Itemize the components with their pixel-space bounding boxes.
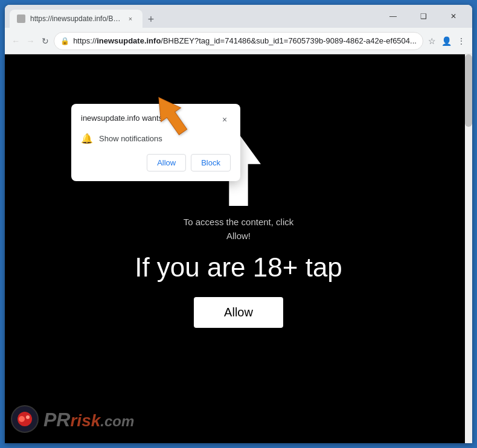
allow-button-large[interactable]: Allow [194,297,283,328]
instruction-line2: Allow! [226,231,251,241]
age-text: If you are 18+ tap [135,252,342,283]
logo-text: PRrisk.com [43,406,134,432]
minimize-button[interactable]: — [379,7,407,25]
logo-text-pr: PR [43,409,70,430]
orange-arrow-indicator [144,91,198,141]
url-suffix: /BHBZEY?tag_id=741486&sub_id1=7605739b-9… [161,36,417,45]
watermark-logo: PRrisk.com [11,405,134,433]
lock-icon: 🔒 [60,37,69,45]
scrollbar[interactable] [465,54,472,443]
watermark: PRrisk.com [5,395,472,443]
account-icon[interactable]: 👤 [440,33,452,50]
orange-arrow-svg [144,91,198,139]
back-button[interactable]: ← [10,33,22,50]
url-prefix: https:// [73,36,97,45]
bookmark-icon[interactable]: ☆ [426,33,438,50]
browser-tab[interactable]: https://inewsupdate.info/BHBZE... × [10,10,142,28]
logo-text-com: .com [100,413,134,429]
instruction-line1: To access the content, click [184,217,294,227]
block-button[interactable]: Block [191,154,231,171]
svg-point-3 [26,415,30,419]
allow-button[interactable]: Allow [147,154,186,171]
svg-marker-4 [149,91,193,139]
browser-window: https://inewsupdate.info/BHBZE... × + — … [5,5,472,443]
webpage: To access the content, click Allow! If y… [5,54,472,443]
page-instruction-text: To access the content, click Allow! [184,216,294,243]
forward-button[interactable]: → [24,33,36,50]
logo-svg [16,410,34,428]
title-bar: https://inewsupdate.info/BHBZE... × + — … [5,5,472,28]
bell-icon: 🔔 [81,133,93,144]
popup-buttons: Allow Block [81,154,231,171]
new-tab-button[interactable]: + [142,11,159,28]
tab-title: https://inewsupdate.info/BHBZE... [30,14,121,23]
address-bar: ← → ↻ 🔒 https://inewsupdate.info/BHBZEY?… [5,28,472,54]
url-bar[interactable]: 🔒 https://inewsupdate.info/BHBZEY?tag_id… [54,32,423,50]
logo-text-risk: risk [70,411,100,430]
reload-button[interactable]: ↻ [39,33,51,50]
close-window-button[interactable]: ✕ [440,7,467,25]
menu-icon[interactable]: ⋮ [455,33,467,50]
tab-area: https://inewsupdate.info/BHBZE... × + [10,5,372,28]
window-controls: — ❑ ✕ [379,7,467,25]
svg-point-2 [19,416,25,422]
scrollbar-thumb[interactable] [465,54,472,127]
maximize-button[interactable]: ❑ [409,7,437,25]
logo-icon [11,405,39,433]
url-text: https://inewsupdate.info/BHBZEY?tag_id=7… [73,36,417,45]
tab-favicon [17,14,25,23]
url-highlight: inewsupdate.info [97,36,161,45]
popup-close-button[interactable]: × [219,114,231,126]
tab-close-button[interactable]: × [126,14,135,24]
